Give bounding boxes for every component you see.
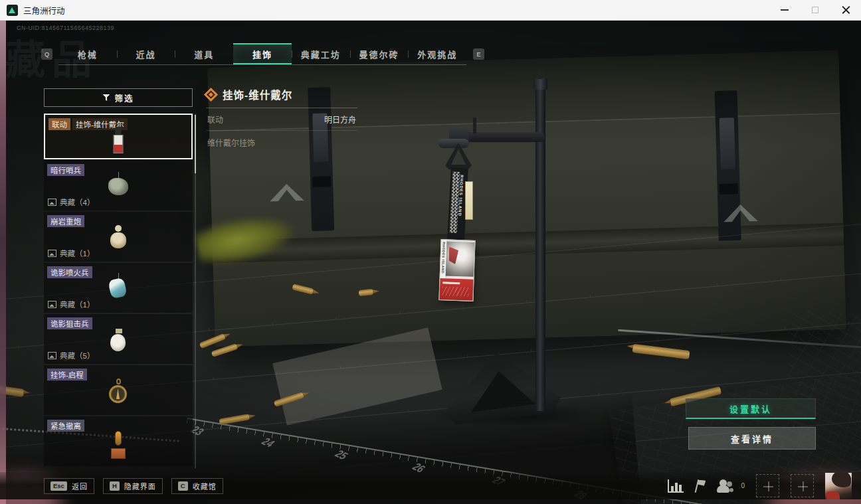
team-count: 0 [741,482,745,489]
esc-keycap: Esc [50,481,67,491]
list-scrollbar[interactable] [195,114,196,468]
charm-thumbnail [111,431,126,463]
filter-button[interactable]: 筛选 [44,88,193,107]
c-keycap: C [178,481,188,491]
h-keycap: H [110,481,120,491]
tab-firearms[interactable]: 枪械 [58,43,117,64]
collection-count: 典藏（4） [60,197,94,207]
charm-thumbnail [114,127,124,153]
list-item-bengyan-zhongpao[interactable]: 崩岩重炮 典藏（1） [44,212,193,262]
team-icon[interactable] [717,479,737,493]
collection-count: 典藏（5） [60,350,94,361]
item-name: 暗行哨兵 [47,164,84,176]
close-button[interactable] [830,0,861,20]
list-item-guiying-jujibing[interactable]: 诡影狙击兵 典藏（5） [44,314,193,364]
invite-slot-button[interactable] [791,474,814,497]
list-item-charm-qicheng[interactable]: 挂饰-启程 [44,365,193,415]
charm-thumbnail [109,378,128,405]
maximize-button[interactable] [800,0,830,20]
collab-badge: 联动 [48,118,70,130]
shortcut-back[interactable]: Esc 返回 [44,478,94,494]
collection-icon [48,352,56,359]
collection-icon [48,250,56,257]
game-window: 三角洲行动 23 24 25 26 27 [0,0,861,504]
collection-count: 典藏（1） [60,248,94,258]
shortcut-hide-ui[interactable]: H 隐藏界面 [103,478,163,494]
list-item-guiying-penhuobing[interactable]: 诡影喷火兵 典藏（1） [44,263,193,313]
tab-prev-keycap[interactable]: Q [41,48,52,60]
charm-subtitle: 维什戴尔挂饰 [206,131,357,154]
minimize-icon [781,9,789,11]
tab-appearance-challenge[interactable]: 外观挑战 [408,43,466,64]
charm-title: 挂饰-维什戴尔 [223,87,292,102]
invite-slot-button[interactable] [756,474,779,497]
charm-list: 联动 挂饰-维什戴尔 暗行哨兵 典藏（4） 崩岩重炮 [44,114,193,468]
report-flag-icon[interactable] [695,479,706,493]
shortcut-collection-hall[interactable]: C 收藏馆 [171,478,223,494]
collection-icon [48,199,56,206]
collection-icon [48,301,56,308]
bottom-bar: Esc 返回 H 隐藏界面 C 收藏馆 0 [0,472,861,499]
charm-detail-panel: 挂饰-维什戴尔 联动 明日方舟 维什戴尔挂饰 [206,87,357,154]
close-icon [842,6,850,15]
set-default-button[interactable]: 设置默认 [686,398,816,419]
tab-collection-workshop[interactable]: 典藏工坊 [292,43,350,64]
app-logo-icon [7,5,18,16]
window-title: 三角洲行动 [23,4,65,17]
charm-thumbnail [110,225,127,249]
item-name: 挂饰-启程 [47,369,87,380]
item-name: 诡影狙击兵 [47,317,92,329]
tab-charms[interactable]: 挂饰 [233,43,292,64]
view-details-button[interactable]: 查看详情 [688,427,816,450]
tab-gadgets[interactable]: 道具 [175,43,233,64]
collab-label: 联动 [207,114,223,125]
charm-thumbnail [110,329,126,351]
maximize-icon [812,7,818,13]
category-tabs: 枪械 近战 道具 挂饰 典藏工坊 曼德尔砖 外观挑战 [58,43,466,65]
list-item-charm-wisadel[interactable]: 联动 挂饰-维什戴尔 [44,114,193,159]
minimize-button[interactable] [769,0,800,20]
collab-value: 明日方舟 [324,114,356,125]
tab-next-keycap[interactable]: E [473,48,484,60]
item-name: 诡影喷火兵 [47,266,92,278]
list-item-jinji-cheli[interactable]: 紧急撤离 [44,416,193,466]
filter-icon [102,94,110,101]
item-name: 崩岩重炮 [47,215,84,227]
scrollbar-thumb[interactable] [195,115,196,173]
charm-thumbnail [108,178,128,197]
charm-thumbnail [110,279,127,299]
charm-rarity-icon [204,87,218,101]
collection-count: 典藏（1） [60,299,94,309]
title-bar: 三角洲行动 [0,0,861,21]
tab-mandel-brick[interactable]: 曼德尔砖 [350,43,409,64]
stats-icon[interactable] [668,479,684,493]
player-avatar[interactable] [825,473,852,499]
tab-melee[interactable]: 近战 [117,43,175,64]
item-name: 紧急撤离 [47,420,84,432]
list-item-anxing-shaobing[interactable]: 暗行哨兵 典藏（4） [44,161,193,210]
